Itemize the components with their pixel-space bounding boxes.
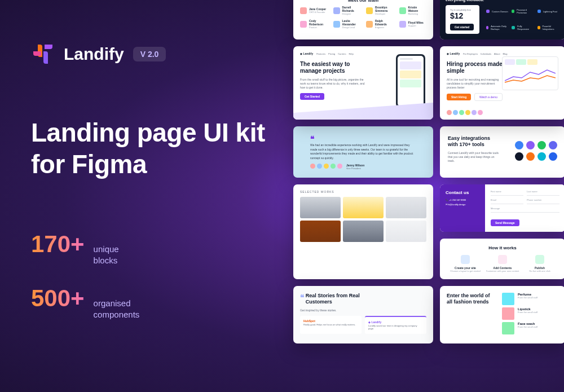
preview-integrations: Easy integrations with 170+ tools Connec… bbox=[440, 126, 564, 178]
brand-name: Landify bbox=[64, 45, 124, 64]
price-value: $12 bbox=[450, 11, 475, 20]
phone-mockup bbox=[396, 54, 425, 108]
testimonial-avatars: Jenny WilsonVice President bbox=[310, 164, 416, 170]
preview-howitworks: How it works Create your siteChoose a la… bbox=[440, 239, 564, 279]
preview-grid: Meet our team Jane CooperCEO & FounderDa… bbox=[293, 0, 564, 343]
pricing-feature: Powerful Integrations bbox=[537, 21, 559, 34]
pricing-feature: Automatic Daily Backups bbox=[486, 21, 508, 34]
preview-testimonial: ❝ We had an incredible experience workin… bbox=[293, 126, 433, 178]
team-member: Darrell RichardsDesigner bbox=[333, 6, 361, 15]
step: PublishGo live with one click bbox=[523, 255, 556, 272]
team-member: Jane CooperCEO & Founder bbox=[300, 6, 328, 15]
pricing-feature: Lightning Fast bbox=[537, 5, 559, 18]
team-member: Ralph EdwardsEngineer bbox=[366, 20, 394, 29]
pricing-tagline: everything included. bbox=[446, 0, 559, 2]
preview-stories: ❝ Real Stories from Real Customers Get i… bbox=[293, 286, 433, 343]
team-member: Leslie AlexanderDesign Lead bbox=[333, 20, 361, 29]
pricing-feature: Fully Responsive bbox=[512, 21, 534, 34]
team-member: Cody RobertsonProduct bbox=[300, 20, 328, 29]
step: Add ContentsCustomize with your own cont… bbox=[486, 255, 519, 272]
hero2-cta1[interactable]: Start Hiring bbox=[447, 94, 471, 100]
stat-number: 170+ bbox=[31, 231, 85, 258]
headline: Landing page UI kit for Figma bbox=[31, 117, 268, 180]
pricing-feature: Password Protection bbox=[512, 5, 534, 18]
hero2-cta2[interactable]: Watch a demo bbox=[474, 93, 503, 101]
tool-icons bbox=[506, 141, 557, 161]
step: Create your siteChoose a layout to get s… bbox=[448, 255, 482, 272]
preview-pricing: everything included. Try it completely f… bbox=[440, 0, 564, 39]
contact-title: Contact us bbox=[446, 190, 479, 195]
stories-title: Real Stories from Real Customers bbox=[306, 293, 373, 305]
team-member: Floyd MilesSupport bbox=[399, 20, 427, 29]
stat-components: 500+ organisedcomponents bbox=[31, 285, 268, 321]
fashion-title: Enter the world of all fashion trends bbox=[447, 293, 496, 305]
pricing-feature: Custom Domain bbox=[486, 5, 508, 18]
version-badge: V 2.0 bbox=[133, 47, 166, 61]
avatar-stack bbox=[447, 110, 483, 115]
quote-icon: ❝ bbox=[300, 293, 305, 302]
preview-hero-hiring: ◆ Landify For EmployersIndividualsAboutB… bbox=[440, 46, 564, 120]
integrations-title: Easy integrations with 170+ tools bbox=[448, 135, 500, 148]
quote-icon: ❝ bbox=[310, 134, 315, 143]
preview-team: Meet our team Jane CooperCEO & FounderDa… bbox=[293, 0, 433, 39]
preview-contact: Contact us 📞 +1 234 567 8900 ✉ hi@landif… bbox=[440, 184, 564, 232]
stat-label: organisedcomponents bbox=[94, 298, 140, 321]
pricing-cta[interactable]: Get started bbox=[450, 24, 474, 30]
fashion-item: PerfumeFrom the small stuff bbox=[502, 293, 558, 305]
fashion-item: LipstickFrom the small stuff bbox=[502, 307, 558, 320]
stat-number: 500+ bbox=[31, 285, 85, 312]
team-member: Kristin WatsonMarketing bbox=[399, 6, 427, 15]
dashboard-mockup bbox=[502, 56, 558, 90]
hero2-title: Hiring process made simple bbox=[447, 61, 503, 74]
preview-hero-projects: ◆ Landify FeaturesPricingCareersHelp The… bbox=[293, 46, 433, 120]
team-title: Meet our team bbox=[300, 0, 426, 3]
brand-header: Landify V 2.0 bbox=[31, 42, 268, 66]
preview-fashion: Enter the world of all fashion trends Pe… bbox=[440, 286, 564, 343]
hero1-title: The easiest way to manage projects bbox=[300, 61, 368, 74]
hero1-cta[interactable]: Get Started bbox=[300, 93, 324, 100]
fashion-item: Face washFrom the small stuff bbox=[502, 322, 558, 334]
contact-submit[interactable]: Send Message bbox=[491, 219, 519, 226]
stat-blocks: 170+ uniqueblocks bbox=[31, 231, 268, 267]
gallery-title: SELECTED WORKS bbox=[300, 190, 426, 193]
landify-logo bbox=[31, 42, 55, 66]
team-member: Brooklyn SimmonsDeveloper bbox=[366, 6, 394, 15]
preview-gallery: SELECTED WORKS bbox=[293, 184, 433, 279]
howitworks-title: How it works bbox=[447, 245, 558, 250]
stat-label: uniqueblocks bbox=[94, 244, 119, 267]
